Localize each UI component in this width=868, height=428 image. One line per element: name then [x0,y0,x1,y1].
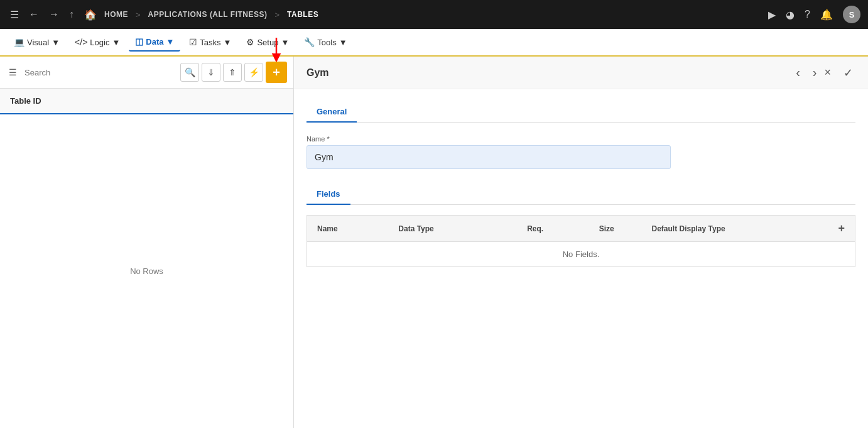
tab-data[interactable]: ◫ Data ▼ [129,33,180,52]
tools-icon: 🔧 [304,37,315,47]
tab-setup[interactable]: ⚙ Setup ▼ [240,33,295,51]
upload-icon[interactable]: ⇑ [223,63,242,82]
tab-visual[interactable]: 💻 Visual ▼ [8,33,66,51]
general-tab[interactable]: General [307,102,357,123]
setup-icon: ⚙ [246,37,254,47]
download-icon[interactable]: ⇓ [202,63,220,82]
add-field-header: + [828,216,855,242]
search-nav-icon[interactable]: ◕ [786,9,795,21]
next-button[interactable]: › [808,63,822,82]
home-icon[interactable]: 🏠 [82,6,99,23]
name-field-input[interactable] [307,145,671,169]
user-avatar[interactable]: S [843,6,860,23]
panel-title: Gym [307,67,791,79]
help-icon[interactable]: ? [805,9,810,20]
tab-tasks[interactable]: ☑ Tasks ▼ [183,33,237,51]
back-icon[interactable]: ← [26,6,41,23]
table-id-header: Table ID [0,89,293,114]
right-panel-header: Gym ‹ › × ✓ [294,57,868,89]
fields-tabs: Fields [307,184,855,205]
content-tabs: General [307,102,855,123]
filter-icon[interactable]: ☰ [6,65,19,80]
tasks-icon: ☑ [189,37,197,47]
tab-tools[interactable]: 🔧 Tools ▼ [298,33,353,51]
breadcrumb-sep1: > [136,10,141,19]
toolbar: ☰ 🔍 ⇓ ⇑ ⚡ + [0,57,293,89]
visual-icon: 💻 [14,37,24,47]
menu-icon[interactable]: ☰ [8,6,21,23]
play-icon[interactable]: ▶ [768,9,776,21]
breadcrumb-tables[interactable]: TABLES [287,10,318,19]
search-input[interactable] [22,65,178,80]
right-panel: Gym ‹ › × ✓ General Name * [294,57,868,428]
close-button[interactable]: × [822,63,833,82]
second-nav-bar: 💻 Visual ▼ </> Logic ▼ ◫ Data ▼ ☑ Tasks … [0,29,868,57]
fields-table-header: Name Data Type Req. Size Default Display… [307,216,855,242]
left-panel: ☰ 🔍 ⇓ ⇑ ⚡ + Table ID [0,57,294,428]
breadcrumb-home[interactable]: HOME [104,10,128,19]
no-fields-row: No Fields. [307,242,855,267]
fields-header-row: Name Data Type Req. Size Default Display… [307,216,855,242]
col-size: Size [572,216,642,242]
breadcrumb-applications[interactable]: APPLICATIONS (ALL FITNESS) [148,10,268,19]
fields-tab[interactable]: Fields [307,184,350,205]
add-field-button[interactable]: + [838,222,845,235]
main-content: ☰ 🔍 ⇓ ⇑ ⚡ + Table ID [0,57,868,428]
no-rows-message: No Rows [0,114,293,428]
no-fields-message: No Fields. [307,242,855,267]
search-icon[interactable]: 🔍 [180,63,199,82]
col-req: Req. [499,216,572,242]
prev-button[interactable]: ‹ [791,63,805,82]
right-panel-content: General Name * Fields Name Data Type [294,89,868,428]
top-nav-right-section: ▶ ◕ ? 🔔 S [768,6,860,23]
lightning-icon[interactable]: ⚡ [244,63,263,82]
col-default-display: Default Display Type [642,216,828,242]
forward-icon[interactable]: → [46,6,62,23]
fields-table: Name Data Type Req. Size Default Display… [307,215,855,267]
breadcrumb-sep2: > [274,10,279,19]
add-button-container: + [266,62,287,83]
notification-icon[interactable]: 🔔 [820,9,833,21]
tab-logic[interactable]: </> Logic ▼ [68,33,126,51]
name-field-group: Name * [307,135,671,169]
panel-actions: × ✓ [822,63,855,82]
col-datatype: Data Type [388,216,499,242]
name-field-label: Name * [307,135,671,143]
confirm-button[interactable]: ✓ [841,63,855,82]
fields-table-body: No Fields. [307,242,855,267]
data-icon: ◫ [135,36,143,47]
top-nav-bar: ☰ ← → ↑ 🏠 HOME > APPLICATIONS (ALL FITNE… [0,0,868,29]
add-table-button[interactable]: + [266,62,287,83]
logic-icon: </> [75,37,87,47]
panel-nav-arrows: ‹ › [791,63,822,82]
fields-section: Fields Name Data Type Req. Size Default … [307,184,855,267]
col-name: Name [307,216,389,242]
up-icon[interactable]: ↑ [67,6,77,23]
